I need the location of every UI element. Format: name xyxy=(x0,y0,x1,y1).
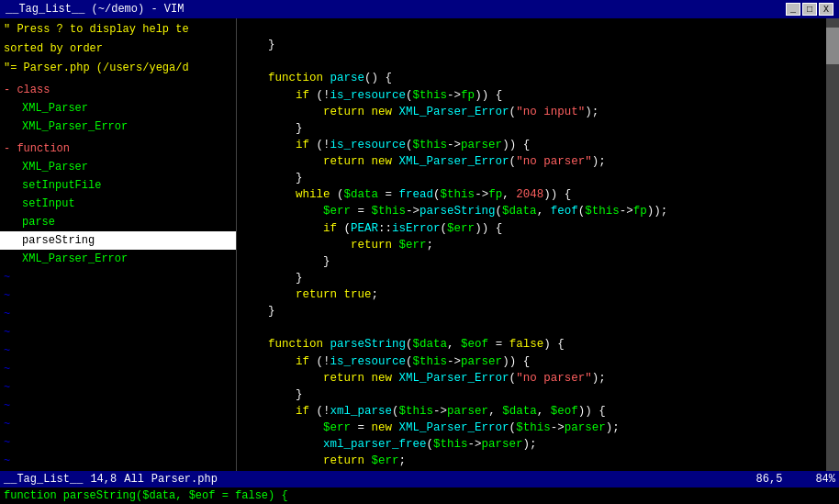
code-panel[interactable]: } function parse() { if (!is_resource($t… xyxy=(237,18,839,471)
window-title: __Tag_List__ (~/demo) - VIM xyxy=(6,3,184,16)
tag-item-parse[interactable]: parse xyxy=(0,213,236,231)
tag-hint-1: " Press ? to display help te xyxy=(0,20,236,39)
status-filename: __Tag_List__ xyxy=(4,473,83,486)
editor-container: " Press ? to display help te sorted by o… xyxy=(0,18,839,471)
status-linecol: 86,5 xyxy=(756,473,783,486)
tag-item-parsestring[interactable]: parseString xyxy=(0,231,236,250)
status-bar: __Tag_List__ 14,8 All Parser.php 86,5 84… xyxy=(0,471,839,487)
tilde-line-2: ~ xyxy=(0,286,236,305)
tag-item-xml-parser-fn[interactable]: XML_Parser xyxy=(0,158,236,176)
window-controls[interactable]: _ □ X xyxy=(786,3,833,16)
status-file: Parser.php xyxy=(151,473,218,486)
tilde-line-1: ~ xyxy=(0,268,236,286)
tilde-line-4: ~ xyxy=(0,323,236,342)
tag-item-xml-parser-error-fn[interactable]: XML_Parser_Error xyxy=(0,250,236,268)
status-percent: 84% xyxy=(815,473,835,486)
scrollbar[interactable] xyxy=(826,18,839,471)
tilde-line-6: ~ xyxy=(0,360,236,378)
class-section-header: - class xyxy=(0,81,236,99)
maximize-button[interactable]: □ xyxy=(802,3,817,16)
function-section-header: - function xyxy=(0,140,236,158)
tilde-line-8: ~ xyxy=(0,397,236,415)
close-button[interactable]: X xyxy=(819,3,833,16)
tag-hint-2: sorted by order xyxy=(0,39,236,59)
tilde-line-3: ~ xyxy=(0,305,236,323)
tag-panel: " Press ? to display help te sorted by o… xyxy=(0,18,237,471)
minimize-button[interactable]: _ xyxy=(786,3,800,16)
status-position: 14,8 xyxy=(90,473,117,486)
status-section: All xyxy=(124,473,144,486)
status-right: 86,5 84% xyxy=(756,473,835,486)
tilde-line-11: ~ xyxy=(0,452,236,470)
tag-panel-content: " Press ? to display help te sorted by o… xyxy=(0,18,236,471)
scrollbar-thumb[interactable] xyxy=(826,28,839,64)
cmd-text: function parseString($data, $eof = false… xyxy=(4,489,288,502)
tilde-line-10: ~ xyxy=(0,433,236,452)
tag-hint-3: "= Parser.php (/users/yega/d xyxy=(0,59,236,78)
tilde-line-5: ~ xyxy=(0,342,236,360)
tag-item-xml-parser-class[interactable]: XML_Parser xyxy=(0,99,236,118)
title-bar: __Tag_List__ (~/demo) - VIM _ □ X xyxy=(0,0,839,18)
tilde-line-9: ~ xyxy=(0,415,236,433)
tag-item-setinputfile[interactable]: setInputFile xyxy=(0,176,236,195)
code-content: } function parse() { if (!is_resource($t… xyxy=(237,18,839,471)
cmd-line: function parseString($data, $eof = false… xyxy=(0,487,839,504)
status-left: __Tag_List__ 14,8 All Parser.php xyxy=(4,473,218,486)
tag-item-xml-parser-error-class[interactable]: XML_Parser_Error xyxy=(0,118,236,136)
tag-item-setinput[interactable]: setInput xyxy=(0,195,236,213)
tilde-line-7: ~ xyxy=(0,378,236,397)
